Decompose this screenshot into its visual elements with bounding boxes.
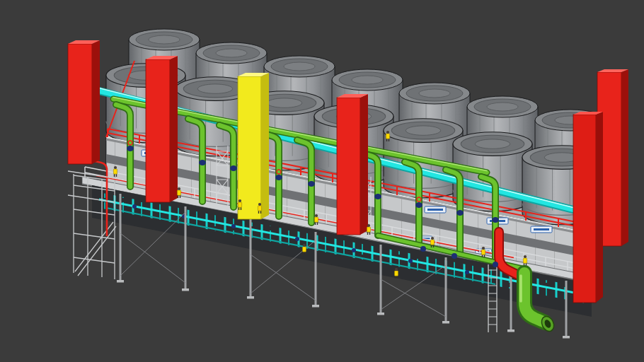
brand-plaque bbox=[425, 206, 446, 213]
model-viewport[interactable] bbox=[0, 0, 644, 362]
red-exhaust-column-left bbox=[68, 40, 100, 164]
brand-plaque bbox=[531, 226, 552, 233]
cooling-tower-3d-render[interactable] bbox=[0, 0, 644, 362]
red-exhaust-column-mid-left bbox=[146, 56, 178, 202]
red-slab-right-near bbox=[573, 112, 603, 303]
red-exhaust-column-mid-right bbox=[337, 94, 368, 235]
yellow-exhaust-column bbox=[238, 73, 269, 219]
